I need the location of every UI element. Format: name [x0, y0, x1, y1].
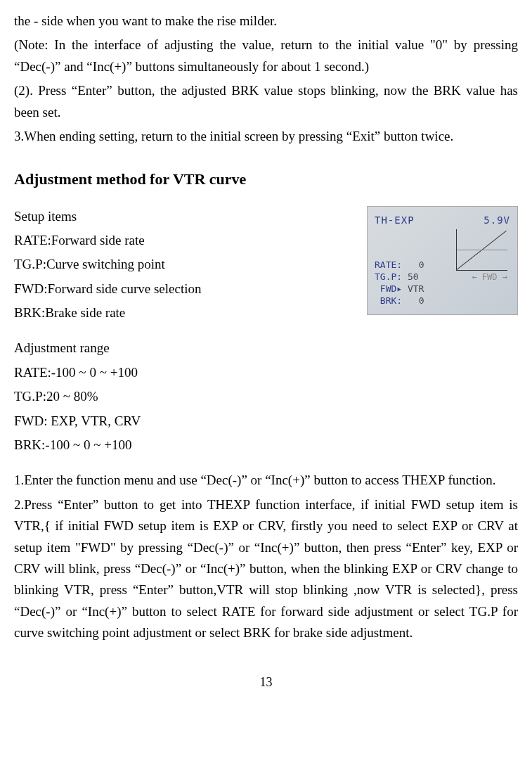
body-text: 3.When ending setting, return to the ini… — [14, 126, 518, 147]
tgp-label: TG.P: — [375, 271, 402, 282]
range-title: Adjustment range — [14, 338, 518, 359]
fwd-label: FWD▸ — [380, 283, 402, 294]
fwd-side-label: ← FWD → — [472, 271, 507, 284]
rate-label: RATE: — [375, 259, 402, 270]
lcd-screenshot: TH-EXP 5.9V ← FWD → RATE: 0 TG.P: 50 FWD… — [367, 206, 518, 315]
range-item: RATE:-100 ~ 0 ~ +100 — [14, 362, 518, 383]
section-heading: Adjustment method for VTR curve — [14, 167, 518, 191]
curve-graph — [456, 229, 507, 271]
tgp-value: 50 — [408, 271, 419, 282]
range-item: TG.P:20 ~ 80% — [14, 386, 518, 407]
brk-label: BRK: — [380, 295, 402, 306]
brk-value: 0 — [419, 295, 424, 306]
body-text: the - side when you want to make the ris… — [14, 11, 518, 32]
body-text: (2). Press “Enter” button, the adjusted … — [14, 80, 518, 123]
screen-voltage: 5.9V — [484, 212, 510, 228]
fwd-value: VTR — [408, 283, 424, 294]
screen-title: TH-EXP — [375, 212, 415, 228]
page-number: 13 — [14, 672, 518, 693]
body-text: (Note: In the interface of adjusting the… — [14, 34, 518, 77]
range-item: FWD: EXP, VTR, CRV — [14, 411, 518, 432]
rate-value: 0 — [419, 259, 424, 270]
step-text: 2.Press “Enter” button to get into THEXP… — [14, 494, 518, 644]
step-text: 1.Enter the function menu and use “Dec(-… — [14, 470, 518, 491]
range-item: BRK:-100 ~ 0 ~ +100 — [14, 435, 518, 456]
curve-line — [456, 230, 507, 269]
